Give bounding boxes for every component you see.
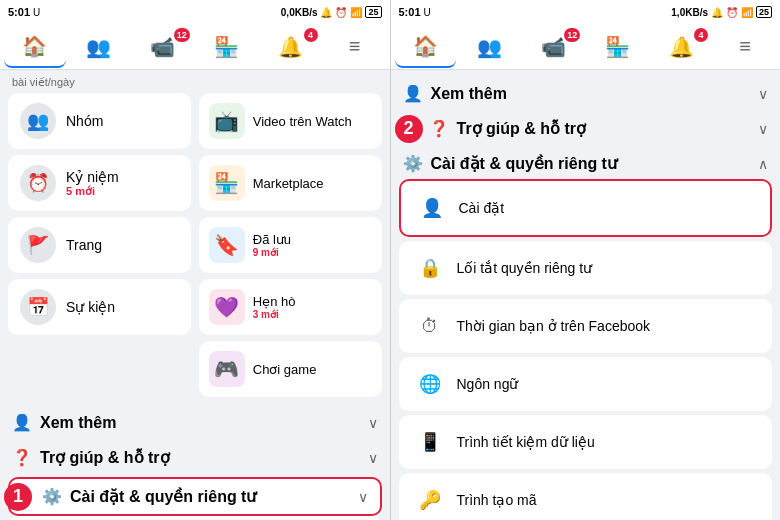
bell-badge-left: 4 [304,28,318,42]
bell-badge-right: 4 [694,28,708,42]
saved-icon: 🔖 [209,227,245,263]
memory-badge: 5 mới [66,185,119,198]
left-panel: 5:01 U 0,0KB/s 🔔 ⏰ 📶 25 🏠 👥 📹 12 🏪 🔔 4 ≡… [0,0,390,520]
sub-code-gen[interactable]: 🔑 Trình tạo mã [399,473,773,520]
grid-dating[interactable]: 💜 Hẹn hò 3 mới [199,279,382,335]
nav-bell-left[interactable]: 🔔 4 [260,26,322,68]
status-bar-left: 5:01 U 0,0KB/s 🔔 ⏰ 📶 25 [0,0,390,24]
nav-friends-right[interactable]: 👥 [458,26,520,68]
sub-language-icon: 🌐 [413,367,447,401]
sub-settings-icon: 👤 [415,191,449,225]
marketplace-icon: 🏪 [209,165,245,201]
menu-groups[interactable]: 👥 Nhóm [8,93,191,149]
chevron-help-right: ∨ [758,121,768,137]
section-help-right[interactable]: ❓ Trợ giúp & hỗ trợ ∨ [399,113,773,144]
saved-label: Đã lưu [253,232,291,247]
section-settings-right[interactable]: ⚙️ Cài đặt & quyền riêng tư ∧ [399,148,773,179]
marketplace-label: Marketplace [253,176,324,191]
chevron-more-right: ∨ [758,86,768,102]
status-time-left: 5:01 U [8,6,40,18]
pages-icon: 🚩 [20,227,56,263]
video-badge-left: 12 [174,28,190,42]
section-more-right[interactable]: 👤 Xem thêm ∨ [399,78,773,109]
grid-saved[interactable]: 🔖 Đã lưu 9 mới [199,217,382,273]
memory-icon: ⏰ [20,165,56,201]
right-panel: 5:01 U 1,0KB/s 🔔 ⏰ 📶 25 🏠 👥 📹 12 🏪 🔔 4 ≡ [391,0,781,520]
settings-section-left: 1 ⚙️ Cài đặt & quyền riêng tư ∨ [8,477,382,516]
dating-icon: 💜 [209,289,245,325]
watch-icon: 📺 [209,103,245,139]
chevron-settings-right: ∧ [758,156,768,172]
menu-events[interactable]: 📅 Sự kiện [8,279,191,335]
saved-badge: 9 mới [253,247,291,258]
nav-video-right[interactable]: 📹 12 [522,26,584,68]
nav-menu-right[interactable]: ≡ [714,26,776,68]
sub-code-gen-icon: 🔑 [413,483,447,517]
section-settings-left[interactable]: ⚙️ Cài đặt & quyền riêng tư ∨ [8,477,382,516]
sub-language[interactable]: 🌐 Ngôn ngữ [399,357,773,411]
video-badge-right: 12 [564,28,580,42]
games-icon: 🎮 [209,351,245,387]
memory-label: Kỷ niệm [66,169,119,185]
nav-friends-left[interactable]: 👥 [68,26,130,68]
games-label: Chơi game [253,362,317,377]
nav-store-right[interactable]: 🏪 [586,26,648,68]
chevron-more-left: ∨ [368,415,378,431]
left-list: 👥 Nhóm ⏰ Kỷ niệm 5 mới 🚩 Trang [8,93,191,403]
nav-video-left[interactable]: 📹 12 [132,26,194,68]
sub-time[interactable]: ⏱ Thời gian bạn ở trên Facebook [399,299,773,353]
groups-icon: 👥 [20,103,56,139]
sub-privacy-icon: 🔒 [413,251,447,285]
sub-time-icon: ⏱ [413,309,447,343]
nav-bar-left: 🏠 👥 📹 12 🏪 🔔 4 ≡ [0,24,390,70]
events-icon: 📅 [20,289,56,325]
dating-badge: 3 mới [253,309,296,320]
two-col-section: 👥 Nhóm ⏰ Kỷ niệm 5 mới 🚩 Trang [8,93,382,403]
sub-data-saver-icon: 📱 [413,425,447,459]
section-help-left[interactable]: ❓ Trợ giúp & hỗ trợ ∨ [8,442,382,473]
nav-home-left[interactable]: 🏠 [4,26,66,68]
menu-pages[interactable]: 🚩 Trang [8,217,191,273]
events-label: Sự kiện [66,299,115,315]
section-more-left[interactable]: 👤 Xem thêm ∨ [8,407,382,438]
right-content: 👤 Xem thêm ∨ 2 ❓ Trợ giúp & hỗ trợ ∨ ⚙️ … [391,70,781,520]
nav-home-right[interactable]: 🏠 [395,26,457,68]
menu-logout-left[interactable]: Đăng xuất [8,516,382,520]
sub-privacy-shortcut[interactable]: 🔒 Lối tắt quyền riêng tư [399,241,773,295]
right-grid: 📺 Video trên Watch 🏪 Marketplace 🔖 Đã lư… [199,93,382,403]
menu-memory[interactable]: ⏰ Kỷ niệm 5 mới [8,155,191,211]
step-1-badge: 1 [4,483,32,511]
chevron-settings-left: ∨ [358,489,368,505]
help-section-right: 2 ❓ Trợ giúp & hỗ trợ ∨ [399,113,773,144]
sub-data-saver[interactable]: 📱 Trình tiết kiệm dữ liệu [399,415,773,469]
step-2-badge: 2 [395,115,423,143]
pages-label: Trang [66,237,102,253]
left-content: bài viết/ngày 👥 Nhóm ⏰ Kỷ niệm 5 mới [0,70,390,520]
dating-label: Hẹn hò [253,294,296,309]
status-bar-right: 5:01 U 1,0KB/s 🔔 ⏰ 📶 25 [391,0,781,24]
chevron-help-left: ∨ [368,450,378,466]
groups-label: Nhóm [66,113,103,129]
grid-watch[interactable]: 📺 Video trên Watch [199,93,382,149]
sub-settings[interactable]: 👤 Cài đặt [399,179,773,237]
grid-marketplace[interactable]: 🏪 Marketplace [199,155,382,211]
status-right-left: 0,0KB/s 🔔 ⏰ 📶 25 [281,6,382,18]
watch-label: Video trên Watch [253,114,352,129]
nav-bar-right: 🏠 👥 📹 12 🏪 🔔 4 ≡ [391,24,781,70]
nav-menu-left[interactable]: ≡ [324,26,386,68]
nav-bell-right[interactable]: 🔔 4 [650,26,712,68]
grid-games[interactable]: 🎮 Chơi game [199,341,382,397]
nav-store-left[interactable]: 🏪 [196,26,258,68]
top-note: bài viết/ngày [8,74,382,93]
